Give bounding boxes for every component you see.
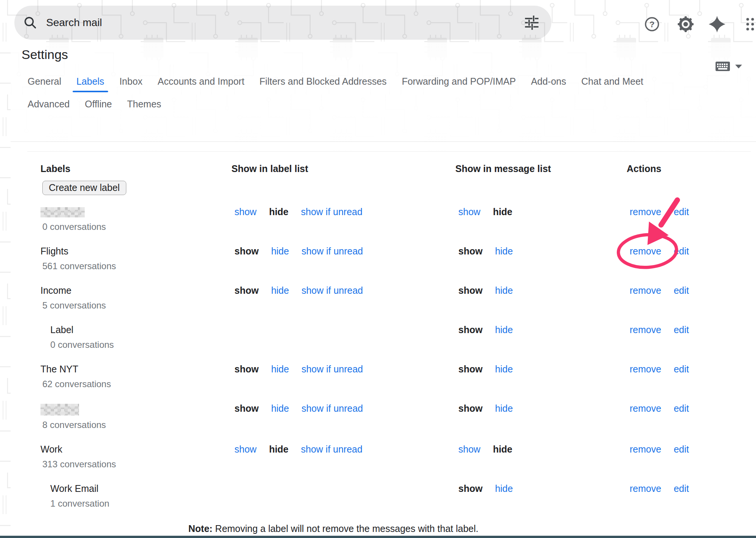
label-list-hide-option[interactable]: hide xyxy=(271,364,289,375)
message-list-options: showhide xyxy=(455,364,627,375)
message-list-hide-option[interactable]: hide xyxy=(495,285,513,296)
label-name: Work Email xyxy=(40,483,231,494)
row-actions: removeedit xyxy=(627,364,756,375)
labels-table: Labels Show in label list Show in messag… xyxy=(11,163,756,534)
message-list-options: showhide xyxy=(455,483,627,494)
edit-label-link[interactable]: edit xyxy=(674,364,689,375)
input-tools-control[interactable] xyxy=(715,61,742,72)
label-list-show-option[interactable]: show xyxy=(234,444,256,455)
tab-chat-and-meet[interactable]: Chat and Meet xyxy=(581,76,643,87)
tab-labels[interactable]: Labels xyxy=(76,76,104,87)
label-row: Label 0 conversations showhide removeedi… xyxy=(40,324,756,350)
message-list-hide-option[interactable]: hide xyxy=(495,403,513,414)
label-list-options: showhideshow if unread xyxy=(231,285,455,296)
column-header-labels: Labels xyxy=(40,163,231,174)
label-list-show-if-unread-option[interactable]: show if unread xyxy=(301,364,363,375)
remove-label-link[interactable]: remove xyxy=(630,483,661,494)
apps-grid-icon[interactable] xyxy=(744,16,756,33)
footer-note-prefix: Note: xyxy=(188,523,213,534)
message-list-options: showhide xyxy=(455,324,627,335)
edit-label-link[interactable]: edit xyxy=(674,483,689,494)
label-list-hide-option[interactable]: hide xyxy=(271,403,289,414)
edit-label-link[interactable]: edit xyxy=(674,206,689,217)
create-new-label-button[interactable]: Create new label xyxy=(42,181,126,195)
tab-general[interactable]: General xyxy=(28,76,61,87)
message-list-hide-option[interactable]: hide xyxy=(495,246,513,257)
settings-tabs-row-2: AdvancedOfflineThemes xyxy=(28,98,756,110)
search-icon[interactable] xyxy=(23,15,38,30)
label-list-show-if-unread-option[interactable]: show if unread xyxy=(301,285,363,296)
tab-forwarding-and-pop-imap[interactable]: Forwarding and POP/IMAP xyxy=(402,76,516,87)
row-actions: removeedit xyxy=(627,324,756,335)
label-list-show-option: show xyxy=(234,285,259,296)
message-list-show-option: show xyxy=(458,364,483,375)
message-list-show-option: show xyxy=(458,403,483,414)
row-actions: removeedit xyxy=(627,483,756,494)
label-list-hide-option[interactable]: hide xyxy=(271,246,289,257)
help-icon[interactable]: ? xyxy=(643,16,661,33)
remove-label-link-annotated[interactable]: remove xyxy=(630,246,661,257)
message-list-options: showhide xyxy=(455,206,627,217)
label-list-show-option: show xyxy=(234,364,259,375)
label-list-show-option: show xyxy=(234,403,259,414)
label-conversation-count: 561 conversations xyxy=(40,261,231,271)
message-list-hide-option: hide xyxy=(493,444,512,455)
label-conversation-count: 313 conversations xyxy=(40,459,231,469)
message-list-show-option[interactable]: show xyxy=(458,206,480,217)
settings-gear-icon[interactable] xyxy=(677,16,694,33)
message-list-show-option[interactable]: show xyxy=(458,444,480,455)
edit-label-link[interactable]: edit xyxy=(674,246,689,257)
message-list-hide-option[interactable]: hide xyxy=(495,364,513,375)
search-input[interactable]: Search mail xyxy=(46,17,524,29)
label-list-show-if-unread-option[interactable]: show if unread xyxy=(301,246,363,257)
remove-label-link[interactable]: remove xyxy=(630,403,661,414)
edit-label-link[interactable]: edit xyxy=(674,403,689,414)
message-list-show-option: show xyxy=(458,285,483,296)
label-conversation-count: 62 conversations xyxy=(40,379,231,389)
tab-add-ons[interactable]: Add-ons xyxy=(531,76,566,87)
label-row: 0 conversations showhideshow if unread s… xyxy=(40,206,756,232)
tab-offline[interactable]: Offline xyxy=(85,98,112,110)
gemini-sparkle-icon[interactable] xyxy=(708,16,726,33)
message-list-options: showhide xyxy=(455,246,627,257)
label-list-hide-option: hide xyxy=(269,206,288,217)
remove-label-link[interactable]: remove xyxy=(630,364,661,375)
remove-label-link[interactable]: remove xyxy=(630,444,661,455)
label-list-hide-option[interactable]: hide xyxy=(271,285,289,296)
message-list-hide-option: hide xyxy=(493,206,512,217)
label-list-options: showhideshow if unread xyxy=(231,206,455,217)
tab-inbox[interactable]: Inbox xyxy=(120,76,143,87)
remove-label-link[interactable]: remove xyxy=(630,324,661,335)
label-list-show-option[interactable]: show xyxy=(234,206,256,217)
edit-label-link[interactable]: edit xyxy=(674,285,689,296)
keyboard-icon xyxy=(715,61,730,72)
edit-label-link[interactable]: edit xyxy=(674,444,689,455)
label-list-show-if-unread-option[interactable]: show if unread xyxy=(301,206,363,217)
remove-label-link[interactable]: remove xyxy=(630,206,661,217)
tab-filters-and-blocked-addresses[interactable]: Filters and Blocked Addresses xyxy=(259,76,387,87)
tab-advanced[interactable]: Advanced xyxy=(28,98,70,110)
label-list-show-if-unread-option[interactable]: show if unread xyxy=(301,444,363,455)
footer-note: Note: Removing a label will not remove t… xyxy=(58,523,609,534)
search-bar[interactable]: Search mail xyxy=(14,6,551,40)
remove-label-link[interactable]: remove xyxy=(630,285,661,296)
message-list-hide-option[interactable]: hide xyxy=(495,483,513,494)
label-conversation-count: 0 conversations xyxy=(40,340,231,350)
message-list-hide-option[interactable]: hide xyxy=(495,324,513,335)
label-list-show-if-unread-option[interactable]: show if unread xyxy=(301,403,363,414)
tab-accounts-and-import[interactable]: Accounts and Import xyxy=(158,76,244,87)
label-name: Label xyxy=(40,324,231,335)
bottom-window-edge xyxy=(0,536,756,538)
column-header-show-in-label-list: Show in label list xyxy=(231,163,455,174)
tab-themes[interactable]: Themes xyxy=(127,98,161,110)
settings-panel: Settings GeneralLabelsInboxAccounts and … xyxy=(11,42,756,536)
footer-note-text: Removing a label will not remove the mes… xyxy=(213,523,478,534)
label-list-options: showhideshow if unread xyxy=(231,246,455,257)
label-row: 8 conversations showhideshow if unread s… xyxy=(40,403,756,430)
edit-label-link[interactable]: edit xyxy=(674,324,689,335)
label-name: Flights xyxy=(40,246,231,257)
search-options-tune-icon[interactable] xyxy=(524,15,539,30)
label-row: Income 5 conversations showhideshow if u… xyxy=(40,285,756,310)
label-list-hide-option: hide xyxy=(269,444,288,455)
row-actions: removeedit xyxy=(627,206,756,217)
